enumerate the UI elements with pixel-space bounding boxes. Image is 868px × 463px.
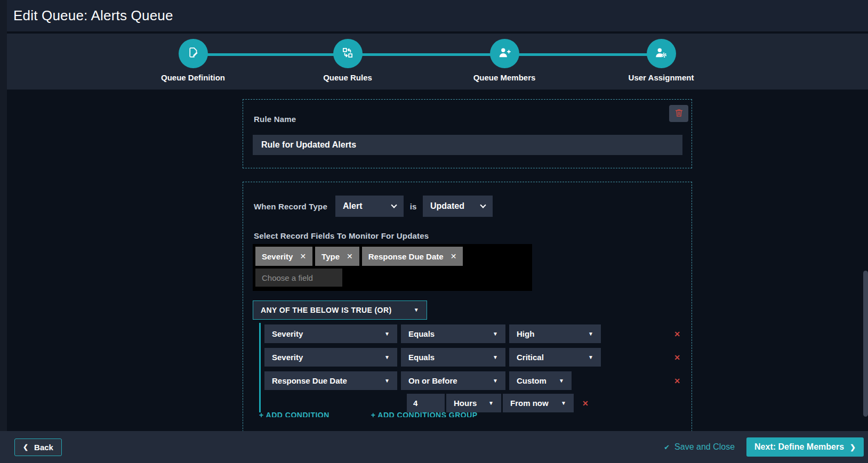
remove-condition-icon[interactable]: ✕ — [674, 330, 680, 338]
wizard-stepper: Queue Definition Queue Rules — [7, 34, 868, 90]
rule-editor-scroll-area[interactable]: Rule Name When Record Type Alert is Upda… — [7, 90, 868, 431]
caret-down-icon: ▼ — [488, 401, 494, 406]
custom-anchor-value: From now — [510, 399, 549, 408]
remove-custom-date-icon[interactable]: ✕ — [582, 399, 589, 408]
step-label: Queue Definition — [134, 73, 252, 82]
next-button-label: Next: Define Members — [754, 442, 844, 452]
field-chip: Response Due Date ✕ — [362, 247, 463, 266]
conditions-operator-select[interactable]: ANY OF THE BELOW IS TRUE (OR) ▼ — [253, 300, 427, 320]
field-chip-label: Severity — [262, 252, 293, 261]
field-chip: Severity ✕ — [255, 247, 312, 266]
condition-row: Response Due Date ▼ On or Before ▼ Custo… — [264, 371, 685, 390]
caret-down-icon: ▼ — [588, 355, 593, 360]
rule-name-input[interactable] — [253, 135, 682, 155]
step-queue-rules[interactable]: Queue Rules — [289, 34, 406, 82]
caret-down-icon: ▼ — [384, 355, 390, 360]
page-title: Edit Queue: Alerts Queue — [13, 7, 173, 24]
step-circle[interactable] — [490, 39, 519, 68]
field-chip: Type ✕ — [315, 247, 359, 266]
step-circle[interactable] — [333, 39, 363, 68]
caret-down-icon: ▼ — [493, 355, 498, 360]
condition-field-select[interactable]: Severity ▼ — [264, 324, 397, 343]
chevron-down-icon — [391, 202, 397, 208]
custom-unit-select[interactable]: Hours ▼ — [446, 394, 501, 412]
caret-down-icon: ▼ — [561, 401, 566, 406]
delete-rule-button[interactable] — [669, 105, 688, 122]
custom-amount-input[interactable] — [407, 394, 445, 412]
page-left-gutter — [0, 0, 7, 463]
condition-field-value: Severity — [272, 353, 303, 362]
caret-down-icon: ▼ — [384, 378, 390, 384]
edit-document-icon — [187, 46, 200, 61]
when-record-type-label: When Record Type — [254, 202, 335, 211]
condition-operator-select[interactable]: On or Before ▼ — [401, 371, 505, 390]
condition-field-select[interactable]: Response Due Date ▼ — [264, 371, 397, 390]
record-type-select[interactable]: Alert — [335, 196, 404, 217]
caret-down-icon: ▼ — [493, 331, 498, 337]
condition-value-select[interactable]: Custom ▼ — [509, 371, 572, 390]
choose-field-input[interactable]: Choose a field — [255, 269, 342, 287]
save-and-close-label: Save and Close — [674, 442, 735, 452]
remove-chip-icon[interactable]: ✕ — [347, 252, 353, 261]
step-circle[interactable] — [179, 39, 208, 68]
add-links-row: + ADD CONDITION + ADD CONDITIONS GROUP — [259, 411, 478, 417]
caret-down-icon: ▼ — [588, 331, 593, 337]
caret-down-icon: ▼ — [414, 307, 419, 313]
caret-down-icon: ▼ — [493, 378, 498, 384]
add-user-icon — [497, 46, 511, 62]
vertical-scrollbar-thumb[interactable] — [863, 271, 868, 417]
chevron-right-icon: ❯ — [850, 443, 856, 451]
custom-unit-value: Hours — [454, 399, 477, 408]
condition-field-value: Severity — [272, 329, 303, 338]
step-user-assignment[interactable]: User Assignment — [602, 34, 720, 82]
back-button[interactable]: ❮ Back — [14, 438, 62, 456]
chip-row: Severity ✕ Type ✕ Response Due Date ✕ — [255, 247, 529, 266]
step-label: Queue Members — [446, 73, 563, 82]
back-button-label: Back — [34, 443, 53, 452]
add-condition-link[interactable]: + ADD CONDITION — [259, 411, 329, 417]
remove-condition-icon[interactable]: ✕ — [674, 353, 680, 362]
is-label: is — [404, 202, 423, 211]
step-label: User Assignment — [602, 73, 720, 82]
condition-group-indicator — [259, 323, 261, 412]
step-queue-members[interactable]: Queue Members — [446, 34, 563, 82]
wizard-footer: ❮ Back ✔ Save and Close Next: Define Mem… — [0, 431, 868, 463]
condition-value: Critical — [517, 353, 544, 362]
dialog-header: Edit Queue: Alerts Queue — [7, 0, 868, 33]
check-icon: ✔ — [664, 443, 670, 451]
step-circle[interactable] — [647, 39, 676, 68]
condition-field-select[interactable]: Severity ▼ — [264, 348, 397, 367]
condition-value-select[interactable]: Critical ▼ — [509, 348, 601, 367]
rule-name-label: Rule Name — [254, 115, 296, 124]
caret-down-icon: ▼ — [384, 331, 390, 337]
condition-operator-select[interactable]: Equals ▼ — [401, 348, 505, 367]
swap-records-icon — [341, 46, 355, 62]
condition-value: Custom — [517, 376, 546, 385]
custom-anchor-select[interactable]: From now ▼ — [503, 394, 574, 412]
field-chip-label: Type — [322, 252, 340, 261]
condition-value: High — [517, 329, 534, 338]
condition-operator-select[interactable]: Equals ▼ — [401, 324, 505, 343]
condition-value-select[interactable]: High ▼ — [509, 324, 601, 343]
record-type-value: Alert — [343, 201, 362, 211]
trash-icon — [674, 108, 684, 120]
remove-condition-icon[interactable]: ✕ — [674, 377, 680, 385]
chevron-left-icon: ❮ — [23, 443, 28, 451]
condition-row: Severity ▼ Equals ▼ Critical ▼ ✕ — [264, 348, 685, 367]
stepper-connector-line — [193, 53, 662, 56]
condition-row: Severity ▼ Equals ▼ High ▼ ✕ — [264, 324, 685, 343]
add-conditions-group-link[interactable]: + ADD CONDITIONS GROUP — [371, 411, 478, 417]
monitor-fields-label: Select Record Fields To Monitor For Upda… — [254, 231, 429, 240]
trigger-event-select[interactable]: Updated — [423, 196, 493, 217]
remove-chip-icon[interactable]: ✕ — [300, 252, 306, 261]
save-and-close-link[interactable]: ✔ Save and Close — [664, 442, 735, 452]
monitor-fields-picker[interactable]: Severity ✕ Type ✕ Response Due Date ✕ Ch… — [253, 244, 532, 291]
caret-down-icon: ▼ — [559, 378, 564, 384]
next-define-members-button[interactable]: Next: Define Members ❯ — [746, 437, 864, 457]
step-label: Queue Rules — [289, 73, 406, 82]
conditions-operator-label: ANY OF THE BELOW IS TRUE (OR) — [261, 306, 391, 314]
trigger-row: When Record Type Alert is Updated — [254, 196, 493, 217]
condition-operator-value: On or Before — [408, 376, 457, 385]
remove-chip-icon[interactable]: ✕ — [451, 252, 457, 261]
step-queue-definition[interactable]: Queue Definition — [134, 34, 252, 82]
